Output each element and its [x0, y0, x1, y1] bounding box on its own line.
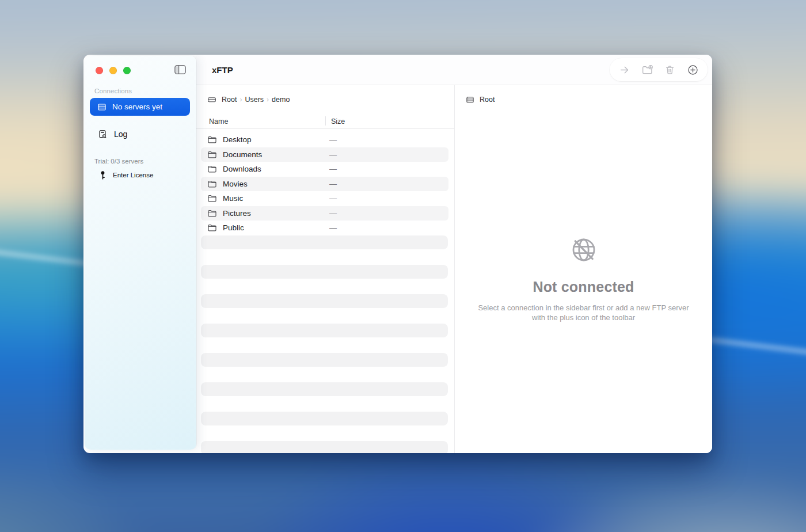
file-size: — — [329, 150, 337, 159]
sidebar-toggle-icon — [174, 64, 188, 75]
breadcrumb-item-users[interactable]: Users — [245, 96, 264, 104]
table-row[interactable]: Public — — [201, 221, 448, 235]
plus-circle-icon — [687, 64, 699, 76]
placeholder-row — [201, 235, 448, 249]
toolbar — [610, 58, 708, 81]
file-name: Desktop — [223, 135, 252, 144]
folder-icon — [207, 208, 217, 218]
folder-icon — [207, 164, 217, 174]
breadcrumb-item-demo[interactable]: demo — [272, 96, 290, 104]
sidebar-section-label: Connections — [94, 88, 196, 94]
empty-state: Not connected Select a connection in the… — [455, 236, 712, 322]
file-size: — — [329, 194, 337, 203]
table-row[interactable]: Documents — — [201, 147, 448, 162]
table-row[interactable]: Pictures — — [201, 206, 448, 221]
folder-icon — [207, 150, 217, 159]
remote-breadcrumb-item-root[interactable]: Root — [480, 96, 495, 104]
new-folder-button[interactable] — [639, 62, 655, 78]
column-divider[interactable] — [325, 116, 326, 126]
folder-icon — [207, 223, 217, 233]
placeholder-row — [201, 353, 448, 367]
placeholder-row — [201, 441, 448, 454]
server-stack-icon — [466, 96, 474, 104]
sidebar-item-label: No servers yet — [112, 102, 162, 111]
folder-icon — [207, 179, 217, 189]
enter-license-label: Enter License — [113, 172, 153, 178]
app-title: xFTP — [212, 65, 233, 75]
folder-plus-icon — [641, 64, 653, 76]
placeholder-row — [201, 265, 448, 279]
sidebar-item-no-servers[interactable]: No servers yet — [90, 98, 190, 116]
sidebar-item-log[interactable]: Log — [90, 124, 190, 145]
trash-icon — [664, 64, 675, 75]
column-header-name[interactable]: Name — [209, 117, 228, 126]
table-header: Name Size — [196, 114, 454, 129]
log-document-icon — [97, 129, 108, 139]
placeholder-row — [201, 412, 448, 425]
table-row[interactable]: Downloads — — [201, 162, 448, 177]
file-name: Movies — [223, 180, 248, 188]
breadcrumb: Root › Users › demo — [196, 85, 454, 114]
sidebar-toggle-button[interactable] — [174, 63, 188, 76]
column-header-size[interactable]: Size — [331, 117, 345, 126]
hard-drive-icon — [207, 95, 216, 104]
titlebar: xFTP — [196, 55, 712, 85]
table-row[interactable]: Desktop — — [201, 132, 448, 147]
file-list-panel: Root › Users › demo Name Size — [196, 85, 454, 453]
table-row[interactable]: Movies — — [201, 177, 448, 192]
remote-breadcrumb: Root — [455, 85, 712, 114]
table-row[interactable]: Music — — [201, 191, 448, 206]
trial-status-label: Trial: 0/3 servers — [94, 158, 196, 165]
globe-slash-icon — [455, 236, 712, 264]
folder-icon — [207, 135, 217, 145]
breadcrumb-item-root[interactable]: Root — [222, 96, 237, 104]
remote-panel: Root Not connected Select a connection i… — [454, 85, 712, 453]
file-name: Music — [223, 194, 243, 203]
file-size: — — [329, 180, 337, 188]
placeholder-row — [201, 324, 448, 337]
add-server-button[interactable] — [685, 62, 701, 78]
delete-button[interactable] — [662, 62, 678, 78]
empty-state-title: Not connected — [455, 279, 712, 295]
enter-license-button[interactable]: Enter License — [85, 169, 196, 181]
file-size: — — [329, 135, 337, 144]
key-icon — [100, 171, 106, 180]
placeholder-row — [201, 382, 448, 396]
close-button[interactable] — [96, 67, 103, 74]
placeholder-row — [201, 294, 448, 308]
sidebar: Connections No servers yet Log — [85, 56, 196, 450]
file-name: Public — [223, 223, 244, 232]
sidebar-item-label: Log — [114, 130, 127, 139]
content-area: Root › Users › demo Name Size — [196, 85, 712, 453]
file-name: Pictures — [223, 209, 251, 218]
app-window: xFTP — [83, 55, 712, 453]
empty-state-description: Select a connection in the sidebar first… — [472, 303, 696, 322]
minimize-button[interactable] — [109, 67, 117, 74]
go-forward-button[interactable] — [617, 62, 633, 78]
file-size: — — [329, 209, 337, 218]
chevron-separator: › — [239, 96, 242, 104]
folder-icon — [207, 193, 217, 203]
zoom-button[interactable] — [123, 67, 131, 74]
file-size: — — [329, 165, 337, 173]
arrow-right-icon — [619, 64, 630, 75]
chevron-separator: › — [267, 96, 269, 104]
file-size: — — [329, 223, 337, 232]
file-name: Downloads — [223, 165, 261, 173]
file-rows: Desktop — Documents — — [196, 129, 454, 453]
file-name: Documents — [223, 150, 262, 159]
server-stack-icon — [97, 102, 107, 112]
